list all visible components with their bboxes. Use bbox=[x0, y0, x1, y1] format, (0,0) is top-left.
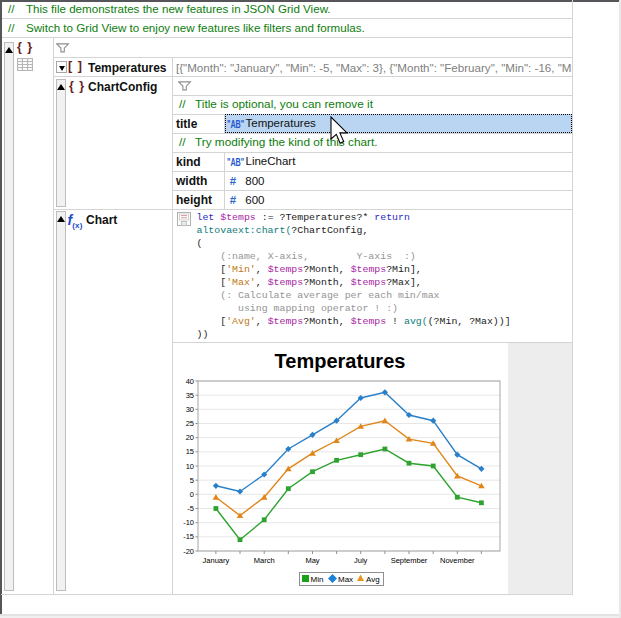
svg-text:March: March bbox=[254, 556, 275, 565]
svg-text:July: July bbox=[354, 556, 368, 565]
svg-text:25: 25 bbox=[186, 419, 194, 428]
svg-text:November: November bbox=[440, 556, 475, 565]
svg-text:Max: Max bbox=[338, 575, 353, 584]
svg-text:35: 35 bbox=[186, 391, 194, 400]
svg-text:Min: Min bbox=[311, 575, 324, 584]
svg-text:September: September bbox=[391, 556, 428, 565]
svg-text:5: 5 bbox=[190, 476, 194, 485]
svg-text:-20: -20 bbox=[183, 547, 194, 556]
svg-text:15: 15 bbox=[186, 447, 194, 456]
svg-text:January: January bbox=[203, 556, 230, 565]
svg-text:0: 0 bbox=[190, 490, 194, 499]
svg-text:Avg: Avg bbox=[366, 575, 380, 584]
svg-text:30: 30 bbox=[186, 405, 194, 414]
svg-text:40: 40 bbox=[186, 377, 194, 386]
svg-text:10: 10 bbox=[186, 462, 194, 471]
svg-text:-15: -15 bbox=[183, 532, 194, 541]
svg-text:May: May bbox=[305, 556, 319, 565]
svg-text:-10: -10 bbox=[183, 518, 194, 527]
svg-text:20: 20 bbox=[186, 433, 194, 442]
svg-text:-5: -5 bbox=[187, 504, 194, 513]
svg-text:Temperatures: Temperatures bbox=[275, 350, 406, 372]
